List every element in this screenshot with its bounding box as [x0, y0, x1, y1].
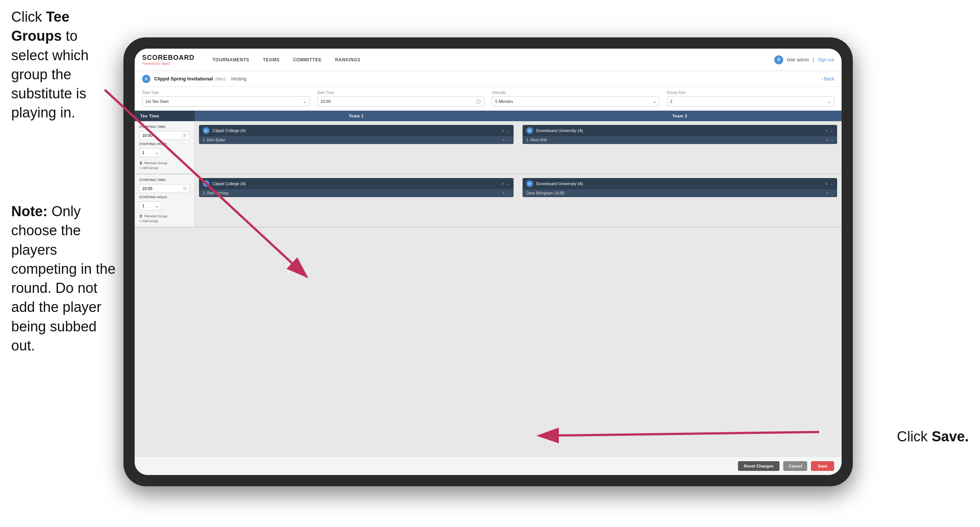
group-row-1: STARTING TIME: 10:00 🕐 STARTING HOLE: 1 …	[135, 121, 842, 174]
start-type-label: Start Type	[142, 91, 310, 95]
player-name: 1. Rees Britt	[526, 138, 823, 142]
settings-row: Start Type 1st Tee Start ⌄ Start Time 10…	[135, 87, 842, 111]
group-2-team2-header: B Scoreboard University (A) × ⌄	[523, 178, 837, 189]
time-clock-icon-1: 🕐	[183, 134, 187, 137]
group-2-team1-icon: B	[203, 180, 210, 187]
instruction-text: Click Tee Groups to select which group t…	[0, 0, 120, 130]
group-2-team1-card: B Clippd College (A) × ⌄ 2. Blair McHarg…	[199, 178, 514, 197]
cancel-button[interactable]: Cancel	[783, 461, 807, 471]
trash-icon-2: 🗑	[139, 214, 143, 218]
start-type-input[interactable]: 1st Tee Start ⌄	[142, 96, 310, 107]
player-controls-blair: × ⌄	[502, 191, 510, 195]
nav-rankings[interactable]: RANKINGS	[328, 49, 368, 71]
tablet-screen: SCOREBOARD Powered by clippd TOURNAMENTS…	[135, 49, 842, 475]
footer: Reset Changes Cancel Save	[135, 456, 842, 475]
group-2-time-input[interactable]: 10:05 🕐	[139, 184, 189, 193]
group-1-team1: B Clippd College (A) × ⌄ 1. Rich Butler …	[194, 121, 518, 174]
nav-logo-title: SCOREBOARD	[142, 54, 194, 62]
settings-group-size: Group Size 2 ⌄	[667, 91, 835, 107]
nav-teams[interactable]: TEAMS	[256, 49, 286, 71]
team2-close-icon[interactable]: ×	[826, 128, 828, 133]
nav-divider: |	[813, 57, 814, 62]
group-1-team1-controls: × ⌄	[502, 128, 510, 133]
group-1-hole-input[interactable]: 1 ⌄	[139, 148, 162, 157]
group-1-team1-player-1: 1. Rich Butler × ⌄	[199, 136, 514, 144]
intervals-chevron-icon: ⌄	[653, 99, 656, 104]
team1-expand-icon-2[interactable]: ⌄	[506, 182, 510, 186]
group-2-hole-input[interactable]: 1 ⌄	[139, 201, 162, 210]
group-2-team1-name: Clippd College (A)	[212, 182, 499, 186]
group-1-team2-card: B Scoreboard University (A) × ⌄ 1. Rees …	[523, 125, 837, 144]
player-close-icon-blair[interactable]: ×	[502, 191, 504, 195]
player-expand-icon-dave[interactable]: ⌄	[830, 191, 834, 195]
group-1-team2-controls: × ⌄	[826, 128, 834, 133]
nav-tournaments[interactable]: TOURNAMENTS	[206, 49, 256, 71]
team2-close-icon-2[interactable]: ×	[826, 182, 828, 186]
header-team2: Team 2	[518, 111, 842, 121]
save-button[interactable]: Save	[811, 461, 834, 471]
group-size-label: Group Size	[667, 91, 835, 95]
nav-signout[interactable]: Sign out	[818, 57, 834, 62]
intervals-label: Intervals	[492, 91, 659, 95]
team2-expand-icon-2[interactable]: ⌄	[830, 182, 834, 186]
group-1-team1-header: B Clippd College (A) × ⌄	[199, 125, 514, 136]
player-expand-icon-blair[interactable]: ⌄	[507, 191, 510, 195]
note-text: Note: Only choose the players competing …	[0, 198, 127, 359]
group-1-team2-icon: B	[526, 127, 533, 134]
tablet-frame: SCOREBOARD Powered by clippd TOURNAMENTS…	[123, 37, 853, 486]
settings-start-time: Start Time 10:00 🕐	[317, 91, 485, 107]
remove-group-1-button[interactable]: 🗑 Remove Group	[139, 161, 189, 165]
group-size-input[interactable]: 2 ⌄	[667, 96, 835, 107]
group-1-team2: B Scoreboard University (A) × ⌄ 1. Rees …	[518, 121, 842, 174]
nav-committee[interactable]: COMMITTEE	[286, 49, 328, 71]
start-time-label: Start Time	[317, 91, 485, 95]
trash-icon: 🗑	[139, 161, 143, 165]
group-size-chevron-icon: ⌄	[827, 99, 831, 104]
time-clock-icon-2: 🕐	[183, 187, 187, 190]
player-close-icon[interactable]: ×	[502, 138, 504, 142]
group-1-time-input[interactable]: 10:00 🕐	[139, 131, 189, 140]
group-2-team2: B Scoreboard University (A) × ⌄ Dave Bil…	[518, 174, 842, 227]
player-expand-icon-2[interactable]: ⌄	[830, 138, 834, 142]
breadcrumb-bar: B Clippd Spring Invitational (Men) Hosti…	[135, 71, 842, 87]
group-2-team1-controls: × ⌄	[502, 182, 510, 186]
group-2-team2-icon: B	[526, 180, 533, 187]
group-1-team2-name: Scoreboard University (A)	[536, 128, 822, 133]
group-2-starting-time-label: STARTING TIME:	[139, 178, 189, 182]
start-time-input[interactable]: 10:00 🕐	[317, 96, 485, 107]
breadcrumb-tag: (Men)	[215, 77, 226, 81]
team1-close-icon[interactable]: ×	[502, 128, 504, 133]
group-2-left: STARTING TIME: 10:05 🕐 STARTING HOLE: 1 …	[135, 174, 194, 227]
remove-group-2-button[interactable]: 🗑 Remove Group	[139, 214, 189, 218]
group-2-team2-controls: × ⌄	[826, 182, 834, 186]
breadcrumb-icon: B	[142, 75, 150, 83]
group-1-team1-name: Clippd College (A)	[212, 128, 499, 133]
team1-expand-icon[interactable]: ⌄	[506, 128, 510, 133]
group-1-team1-card: B Clippd College (A) × ⌄ 1. Rich Butler …	[199, 125, 514, 144]
start-type-chevron-icon: ⌄	[303, 99, 306, 104]
hole-chevron-icon-2: ⌄	[155, 204, 159, 209]
player-controls-dave: × ⌄	[826, 191, 834, 195]
group-1-team1-icon: B	[203, 127, 210, 134]
team2-expand-icon[interactable]: ⌄	[830, 128, 834, 133]
nav-right: B blair admin | Sign out	[774, 55, 834, 64]
reset-changes-button[interactable]: Reset Changes	[738, 461, 780, 471]
team1-close-icon-2[interactable]: ×	[502, 182, 504, 186]
player-name-blair: 2. Blair McHarg	[203, 191, 500, 195]
player-expand-icon[interactable]: ⌄	[507, 138, 510, 142]
player-controls: × ⌄	[826, 138, 834, 142]
group-2-team1-header: B Clippd College (A) × ⌄	[199, 178, 514, 189]
player-close-icon-dave[interactable]: ×	[826, 191, 828, 195]
player-close-icon-2[interactable]: ×	[826, 138, 828, 142]
navbar: SCOREBOARD Powered by clippd TOURNAMENTS…	[135, 49, 842, 71]
breadcrumb-hosting: Hosting	[231, 76, 247, 81]
group-2-team2-name: Scoreboard University (A)	[536, 182, 822, 186]
intervals-input[interactable]: 5 Minutes ⌄	[492, 96, 659, 107]
group-1-left: STARTING TIME: 10:00 🕐 STARTING HOLE: 1 …	[135, 121, 194, 174]
add-group-1-button[interactable]: + Add Group	[139, 166, 189, 170]
breadcrumb-title: Clippd Spring Invitational	[154, 76, 213, 81]
settings-start-type: Start Type 1st Tee Start ⌄	[142, 91, 310, 107]
add-group-2-button[interactable]: + Add Group	[139, 219, 189, 223]
breadcrumb-back[interactable]: ‹ Back	[821, 76, 834, 81]
group-2-team1: B Clippd College (A) × ⌄ 2. Blair McHarg…	[194, 174, 518, 227]
